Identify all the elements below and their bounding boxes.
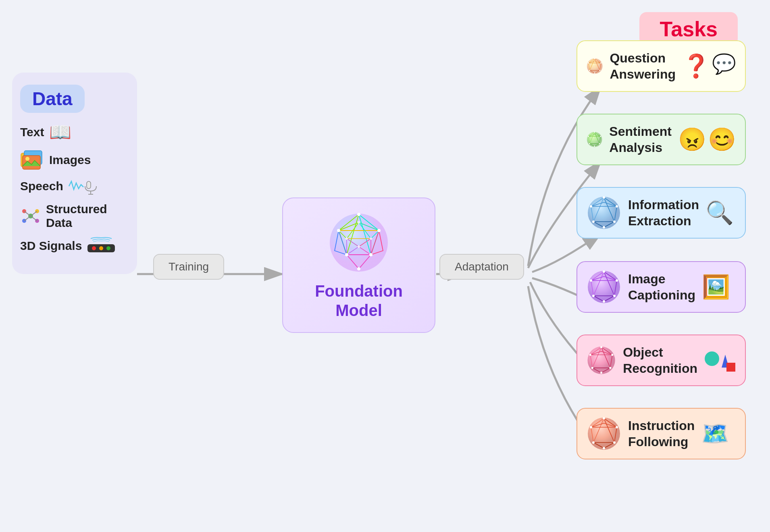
- foundation-sphere-icon: [327, 210, 391, 275]
- svg-point-37: [377, 229, 381, 232]
- qa-icons: ❓ 💬: [682, 53, 736, 79]
- svg-point-41: [357, 267, 360, 270]
- adaptation-label: Adaptation: [455, 260, 509, 273]
- svg-point-88: [592, 295, 595, 297]
- svg-point-46: [587, 58, 603, 74]
- or-sphere-icon: [586, 343, 616, 378]
- task-card-ic: ImageCaptioning 🖼️: [576, 261, 746, 313]
- data-title: Data: [32, 88, 73, 109]
- svg-point-96: [611, 354, 613, 356]
- svg-point-63: [600, 136, 601, 137]
- sa-label: SentimentAnalysis: [609, 123, 672, 156]
- svg-point-100: [600, 372, 602, 374]
- ic-icons: 🖼️: [702, 274, 730, 300]
- qa-sphere-icon: [586, 48, 603, 84]
- svg-line-18: [24, 216, 31, 221]
- svg-point-101: [705, 351, 719, 366]
- data-item-speech: Speech: [20, 177, 129, 195]
- svg-point-43: [345, 237, 348, 240]
- svg-point-114: [603, 447, 605, 449]
- chat-icon: 💬: [712, 53, 736, 79]
- if-icons: 🗺️: [701, 420, 729, 447]
- ic-sphere-icon: [586, 269, 622, 305]
- ie-sphere-icon: [586, 195, 622, 231]
- sa-icons: 😠 😊: [678, 126, 736, 153]
- svg-point-23: [106, 246, 110, 250]
- svg-point-109: [603, 417, 605, 420]
- sad-icon: 😠: [678, 126, 706, 153]
- or-label: ObjectRecognition: [623, 344, 697, 376]
- svg-point-56: [594, 73, 595, 74]
- structured-icon: [20, 206, 41, 227]
- svg-point-53: [588, 62, 589, 64]
- svg-point-51: [594, 58, 595, 59]
- qa-label: QuestionAnswering: [610, 50, 676, 82]
- svg-point-68: [588, 197, 620, 229]
- svg-rect-103: [726, 363, 735, 372]
- svg-point-99: [591, 367, 593, 369]
- ic-label: ImageCaptioning: [628, 271, 695, 303]
- svg-point-95: [600, 346, 602, 348]
- svg-point-62: [594, 132, 595, 133]
- foundation-label: Foundation Model: [295, 281, 422, 320]
- svg-point-112: [613, 441, 616, 444]
- svg-point-54: [599, 70, 600, 71]
- foundation-model-box: Foundation Model: [282, 197, 435, 333]
- speech-icon: [68, 177, 100, 195]
- if-label: InstructionFollowing: [628, 418, 695, 450]
- svg-point-98: [609, 367, 611, 369]
- task-card-sa: SentimentAnalysis 😠 😊: [576, 114, 746, 165]
- data-item-structured: StructuredData: [20, 202, 129, 230]
- ie-icons: 🔍: [705, 200, 734, 226]
- svg-rect-8: [87, 181, 91, 189]
- svg-point-65: [599, 143, 600, 144]
- svg-point-38: [337, 229, 340, 232]
- svg-point-66: [589, 143, 590, 144]
- svg-point-85: [616, 279, 618, 282]
- data-label-3d: 3D Signals: [20, 239, 82, 253]
- training-label: Training: [169, 260, 209, 273]
- svg-point-78: [603, 226, 605, 229]
- tasks-title: Tasks: [660, 17, 718, 41]
- 3d-icon: [87, 237, 116, 255]
- images-icon: [20, 150, 44, 170]
- 3d-shapes-icon: [704, 347, 736, 373]
- svg-point-44: [370, 237, 372, 240]
- data-panel: Data Text 📖 Images Speech: [12, 73, 137, 274]
- svg-point-74: [616, 205, 618, 208]
- adaptation-box: Adaptation: [439, 254, 524, 280]
- svg-rect-6: [23, 156, 40, 169]
- data-label-structured: StructuredData: [46, 202, 107, 230]
- task-card-qa: QuestionAnswering ❓ 💬: [576, 40, 746, 92]
- data-item-images: Images: [20, 150, 129, 170]
- svg-point-45: [358, 245, 360, 248]
- data-item-text: Text 📖: [20, 122, 129, 143]
- svg-line-16: [24, 211, 31, 216]
- svg-point-89: [603, 300, 605, 303]
- if-sphere-icon: [586, 416, 622, 451]
- svg-point-40: [345, 253, 348, 256]
- svg-point-21: [92, 246, 96, 250]
- map-icon: 🗺️: [701, 420, 729, 447]
- svg-point-42: [358, 221, 360, 224]
- image-caption-icon: 🖼️: [702, 274, 730, 300]
- svg-point-52: [600, 62, 601, 64]
- text-icon: 📖: [49, 122, 71, 143]
- question-icon: ❓: [682, 53, 710, 79]
- training-box: Training: [153, 254, 224, 280]
- task-card-if: InstructionFollowing 🗺️: [576, 408, 746, 459]
- svg-point-79: [588, 271, 620, 303]
- data-label-speech: Speech: [20, 179, 63, 193]
- svg-point-97: [589, 354, 591, 356]
- svg-point-57: [587, 132, 602, 147]
- svg-point-87: [613, 295, 616, 297]
- or-icons: [704, 347, 736, 373]
- svg-point-7: [25, 157, 29, 161]
- svg-point-55: [589, 70, 590, 71]
- svg-line-17: [31, 211, 37, 216]
- task-card-ie: InformationExtraction 🔍: [576, 187, 746, 239]
- svg-point-64: [588, 136, 589, 137]
- svg-point-22: [99, 246, 103, 250]
- data-title-box: Data: [20, 85, 85, 113]
- svg-point-75: [590, 205, 592, 208]
